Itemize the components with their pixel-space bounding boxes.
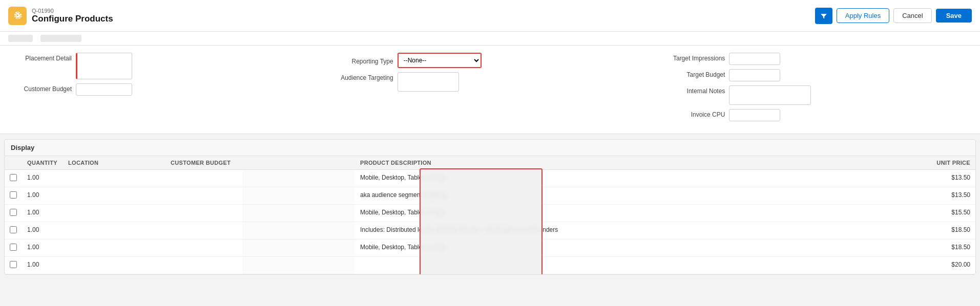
form-middle-col: Reporting Type --None-- Option 1 Option … bbox=[337, 53, 643, 125]
audience-targeting-input[interactable] bbox=[398, 72, 459, 92]
placement-detail-label: Placement Detail bbox=[10, 53, 72, 62]
header: Q-01990 Configure Products Apply Rules C… bbox=[0, 0, 980, 32]
row-price-5: $20.00 bbox=[924, 257, 975, 274]
col-location: LOCATION bbox=[63, 156, 165, 170]
table-head: QUANTITY LOCATION CUSTOMER BUDGET PRODUC… bbox=[5, 156, 975, 170]
form-section: Placement Detail Customer Budget Reporti… bbox=[0, 46, 980, 134]
target-impressions-row: Target Impressions bbox=[663, 53, 970, 65]
internal-notes-input[interactable] bbox=[729, 85, 811, 105]
row-location-3 bbox=[63, 222, 165, 239]
breadcrumb-item-2[interactable] bbox=[40, 35, 81, 42]
apply-rules-button[interactable]: Apply Rules bbox=[837, 8, 889, 23]
row-redacted-0 bbox=[242, 170, 355, 187]
row-quantity-2: 1.00 bbox=[22, 205, 63, 222]
col-checkbox bbox=[5, 156, 22, 170]
target-impressions-input[interactable] bbox=[729, 53, 780, 65]
row-checkbox-cell bbox=[5, 257, 22, 274]
row-price-1: $13.50 bbox=[924, 187, 975, 205]
filter-button[interactable] bbox=[815, 8, 832, 24]
row-price-2: $15.50 bbox=[924, 205, 975, 222]
row-checkbox-5[interactable] bbox=[10, 261, 17, 268]
blur-overlay bbox=[420, 168, 543, 275]
svg-point-0 bbox=[16, 14, 18, 16]
row-quantity-1: 1.00 bbox=[22, 187, 63, 205]
table-section: Display QUANTITY LOCATION CUSTOMER BUDGE… bbox=[4, 139, 976, 275]
row-quantity-4: 1.00 bbox=[22, 239, 63, 257]
header-subtitle: Q-01990 bbox=[32, 8, 113, 14]
reporting-type-select[interactable]: --None-- Option 1 Option 2 bbox=[399, 54, 481, 67]
row-budget-0 bbox=[165, 170, 242, 187]
row-checkbox-cell bbox=[5, 205, 22, 222]
audience-targeting-label: Audience Targeting bbox=[337, 72, 393, 81]
row-price-4: $18.50 bbox=[924, 239, 975, 257]
target-impressions-label: Target Impressions bbox=[663, 53, 725, 62]
form-left-col: Placement Detail Customer Budget bbox=[10, 53, 317, 125]
row-budget-2 bbox=[165, 205, 242, 222]
internal-notes-row: Internal Notes bbox=[663, 85, 970, 105]
invoice-cpu-input[interactable] bbox=[729, 109, 780, 121]
row-checkbox-cell bbox=[5, 170, 22, 187]
row-checkbox-cell bbox=[5, 239, 22, 257]
row-budget-3 bbox=[165, 222, 242, 239]
target-budget-input[interactable] bbox=[729, 69, 780, 81]
row-location-1 bbox=[63, 187, 165, 205]
row-quantity-5: 1.00 bbox=[22, 257, 63, 274]
row-redacted-1 bbox=[242, 187, 355, 205]
target-budget-row: Target Budget bbox=[663, 69, 970, 81]
cancel-button[interactable]: Cancel bbox=[893, 8, 931, 23]
customer-budget-row: Customer Budget bbox=[10, 83, 317, 96]
internal-notes-label: Internal Notes bbox=[663, 85, 725, 95]
row-redacted-4 bbox=[242, 239, 355, 257]
row-checkbox-cell bbox=[5, 187, 22, 205]
row-redacted-3 bbox=[242, 222, 355, 239]
row-checkbox-cell bbox=[5, 222, 22, 239]
breadcrumb-sep bbox=[36, 35, 37, 42]
header-title: Configure Products bbox=[32, 14, 113, 24]
target-budget-label: Target Budget bbox=[663, 69, 725, 78]
header-title-block: Q-01990 Configure Products bbox=[32, 8, 113, 24]
row-checkbox-3[interactable] bbox=[10, 226, 17, 233]
col-unit-price: UNIT PRICE bbox=[924, 156, 975, 170]
row-location-5 bbox=[63, 257, 165, 274]
row-location-2 bbox=[63, 205, 165, 222]
table-section-header: Display bbox=[5, 140, 975, 156]
customer-budget-input[interactable] bbox=[76, 83, 132, 96]
row-budget-4 bbox=[165, 239, 242, 257]
row-price-0: $13.50 bbox=[924, 170, 975, 187]
col-quantity: QUANTITY bbox=[22, 156, 63, 170]
table-header-row: QUANTITY LOCATION CUSTOMER BUDGET PRODUC… bbox=[5, 156, 975, 170]
row-budget-5 bbox=[165, 257, 242, 274]
configure-products-icon bbox=[8, 7, 27, 25]
row-checkbox-4[interactable] bbox=[10, 244, 17, 251]
breadcrumb-item-1[interactable] bbox=[8, 35, 33, 42]
row-redacted-5 bbox=[242, 257, 355, 274]
row-checkbox-2[interactable] bbox=[10, 209, 17, 216]
save-button[interactable]: Save bbox=[936, 9, 972, 23]
row-quantity-3: 1.00 bbox=[22, 222, 63, 239]
header-left: Q-01990 Configure Products bbox=[8, 7, 113, 25]
row-budget-1 bbox=[165, 187, 242, 205]
table-section-label: Display bbox=[11, 144, 34, 151]
row-redacted-2 bbox=[242, 205, 355, 222]
row-checkbox-0[interactable] bbox=[10, 174, 17, 181]
row-location-4 bbox=[63, 239, 165, 257]
row-checkbox-1[interactable] bbox=[10, 191, 17, 199]
placement-detail-input[interactable] bbox=[76, 53, 132, 79]
col-customer-budget: CUSTOMER BUDGET bbox=[165, 156, 242, 170]
header-actions: Apply Rules Cancel Save bbox=[815, 8, 972, 24]
row-price-3: $18.50 bbox=[924, 222, 975, 239]
col-redacted bbox=[242, 156, 355, 170]
customer-budget-label: Customer Budget bbox=[10, 83, 72, 93]
reporting-type-highlight: --None-- Option 1 Option 2 bbox=[398, 53, 482, 68]
invoice-cpu-row: Invoice CPU bbox=[663, 109, 970, 121]
reporting-type-row: Reporting Type --None-- Option 1 Option … bbox=[337, 53, 643, 68]
form-right-col: Target Impressions Target Budget Interna… bbox=[663, 53, 970, 125]
audience-targeting-row: Audience Targeting bbox=[337, 72, 643, 92]
placement-detail-row: Placement Detail bbox=[10, 53, 317, 79]
row-quantity-0: 1.00 bbox=[22, 170, 63, 187]
row-location-0 bbox=[63, 170, 165, 187]
breadcrumb bbox=[0, 32, 980, 46]
col-product-description: PRODUCT DESCRIPTION bbox=[355, 156, 924, 170]
reporting-type-label: Reporting Type bbox=[337, 56, 393, 65]
invoice-cpu-label: Invoice CPU bbox=[663, 109, 725, 118]
